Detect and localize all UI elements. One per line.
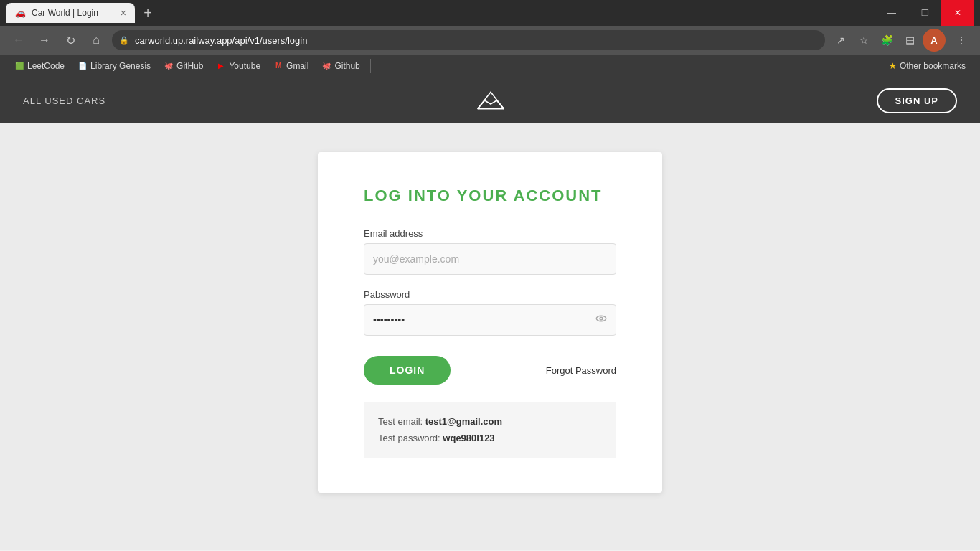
tab-favicon: 🚗	[14, 7, 26, 19]
bookmark-gmail-label: Gmail	[286, 61, 308, 71]
github-favicon: 🐙	[164, 61, 174, 71]
window-controls: — ❐ ✕	[875, 0, 974, 26]
bookmarks-separator	[370, 59, 371, 73]
nav-logo[interactable]	[473, 86, 509, 115]
bookmark-youtube-label: Youtube	[229, 61, 260, 71]
reload-button[interactable]: ↻	[60, 30, 80, 50]
forgot-password-button[interactable]: Forgot Password	[546, 365, 616, 376]
bookmark-star-button[interactable]: ☆	[854, 30, 874, 50]
login-card: LOG INTO YOUR ACCOUNT Email address Pabs…	[318, 152, 662, 493]
password-input[interactable]	[364, 304, 616, 336]
bookmark-youtube[interactable]: ▶ Youtube	[210, 58, 266, 74]
logo-icon	[473, 86, 509, 115]
maximize-button[interactable]: ❐	[908, 0, 941, 26]
all-used-cars-link[interactable]: ALL USED CARS	[23, 95, 105, 106]
more-button[interactable]: ⋮	[951, 30, 971, 50]
email-label: Email address	[364, 228, 616, 239]
sidebar-button[interactable]: ▤	[900, 30, 920, 50]
form-actions: LOGIN Forgot Password	[364, 356, 616, 385]
url-bar-wrapper: 🔒	[112, 30, 825, 50]
other-bookmarks[interactable]: ★ Other bookmarks	[883, 58, 971, 74]
password-form-group: Pabssword	[364, 289, 616, 336]
extensions-button[interactable]: 🧩	[877, 30, 897, 50]
password-wrapper	[364, 304, 616, 336]
library-genesis-favicon: 📄	[77, 61, 88, 71]
bookmark-github-label: GitHub	[176, 61, 203, 71]
forward-button[interactable]: →	[34, 30, 55, 50]
eye-icon	[595, 312, 608, 325]
profile-button[interactable]: A	[923, 29, 946, 52]
leetcode-favicon: 🟩	[14, 61, 24, 71]
login-title: LOG INTO YOUR ACCOUNT	[364, 187, 616, 205]
bookmark-github2-label: Github	[334, 61, 359, 71]
tab-bar: 🚗 Car World | Login × + — ❐ ✕	[0, 0, 980, 26]
signup-button[interactable]: SIGN UP	[877, 88, 957, 113]
app-container: ALL USED CARS SIGN UP LOG INTO YOUR ACCO…	[0, 77, 980, 550]
test-email-value: test1@gmail.com	[425, 416, 502, 427]
new-tab-button[interactable]: +	[138, 3, 158, 23]
bookmarks-bar: 🟩 LeetCode 📄 Library Genesis 🐙 GitHub ▶ …	[0, 55, 980, 77]
bookmark-leetcode[interactable]: 🟩 LeetCode	[9, 58, 70, 74]
address-bar: ← → ↻ ⌂ 🔒 ↗ ☆ 🧩 ▤ A ⋮	[0, 26, 980, 55]
svg-point-2	[600, 317, 603, 320]
test-password-label: Test password:	[378, 433, 443, 443]
gmail-favicon: M	[273, 61, 283, 71]
test-password-value: wqe980l123	[443, 433, 494, 443]
app-navbar: ALL USED CARS SIGN UP	[0, 77, 980, 123]
other-bookmarks-star: ★	[889, 61, 897, 71]
bookmark-leetcode-label: LeetCode	[27, 61, 65, 71]
main-content: LOG INTO YOUR ACCOUNT Email address Pabs…	[0, 123, 980, 550]
email-input[interactable]	[364, 243, 616, 275]
bookmark-github[interactable]: 🐙 GitHub	[158, 58, 209, 74]
bookmark-github2[interactable]: 🐙 Github	[316, 58, 365, 74]
bookmark-library-genesis[interactable]: 📄 Library Genesis	[72, 58, 156, 74]
password-label: Pabssword	[364, 289, 616, 300]
bookmark-gmail[interactable]: M Gmail	[268, 58, 314, 74]
close-button[interactable]: ✕	[941, 0, 974, 26]
lock-icon: 🔒	[119, 36, 129, 45]
active-tab[interactable]: 🚗 Car World | Login ×	[6, 3, 135, 23]
back-button[interactable]: ←	[9, 30, 29, 50]
tab-title: Car World | Login	[32, 8, 98, 18]
password-toggle-button[interactable]	[595, 312, 608, 328]
home-button[interactable]: ⌂	[86, 30, 106, 50]
minimize-button[interactable]: —	[875, 0, 908, 26]
test-email-label: Test email:	[378, 416, 425, 427]
youtube-favicon: ▶	[216, 61, 226, 71]
test-email-row: Test email: test1@gmail.com	[378, 413, 602, 430]
test-password-row: Test password: wqe980l123	[378, 430, 602, 446]
share-button[interactable]: ↗	[831, 30, 851, 50]
bookmark-library-genesis-label: Library Genesis	[90, 61, 151, 71]
browser-toolbar-icons: ↗ ☆ 🧩 ▤ A ⋮	[831, 29, 971, 52]
browser-chrome: 🚗 Car World | Login × + — ❐ ✕ ← → ↻ ⌂ 🔒 …	[0, 0, 980, 77]
login-button[interactable]: LOGIN	[364, 356, 451, 385]
tab-close-button[interactable]: ×	[121, 7, 126, 19]
test-credentials-box: Test email: test1@gmail.com Test passwor…	[364, 402, 616, 458]
email-form-group: Email address	[364, 228, 616, 275]
url-input[interactable]	[112, 30, 825, 50]
other-bookmarks-label: Other bookmarks	[900, 61, 966, 71]
github2-favicon: 🐙	[321, 61, 331, 71]
